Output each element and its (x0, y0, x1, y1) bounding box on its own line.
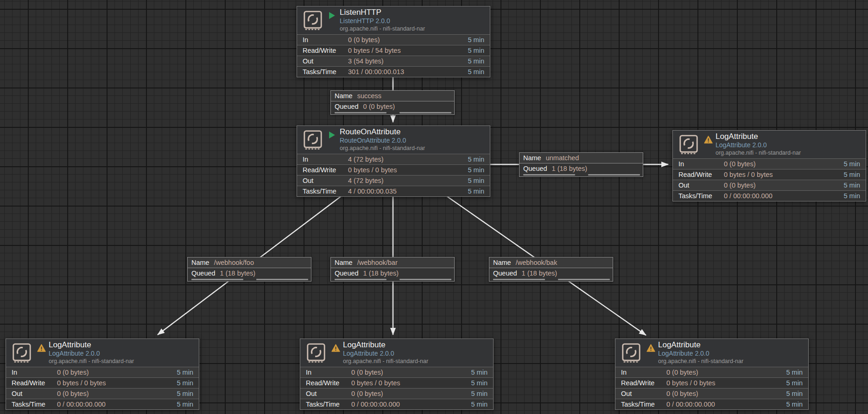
stat-row-readwrite: Read/Write0 bytes / 0 bytes5 min (6, 377, 199, 388)
processor-routeonattribute[interactable]: RouteOnAttribute RouteOnAttribute 2.0.0 … (297, 125, 490, 197)
processor-bundle: org.apache.nifi - nifi-standard-nar (716, 149, 863, 157)
stat-value: 0 (0 bytes) (351, 390, 471, 397)
stat-label: Read/Write (678, 171, 724, 178)
stat-value: 301 / 00:00:00.013 (348, 68, 468, 75)
stat-row-in: In0 (0 bytes)5 min (615, 367, 808, 377)
processor-icon (302, 10, 323, 33)
invalid-warning-icon (646, 344, 655, 354)
processor-logattribute-bak[interactable]: LogAttribute LogAttribute 2.0.0 org.apac… (615, 339, 809, 410)
connection-queued-value: 0 (0 bytes) (363, 103, 395, 110)
name-key: Name (493, 259, 511, 266)
stat-row-readwrite: Read/Write0 bytes / 0 bytes5 min (297, 164, 490, 175)
stat-value: 0 (0 bytes) (724, 182, 844, 189)
stat-window: 5 min (844, 182, 860, 189)
stat-window: 5 min (468, 68, 484, 75)
stat-row-out: Out4 (72 bytes)5 min (297, 175, 490, 186)
stat-value: 0 bytes / 0 bytes (348, 166, 468, 174)
processor-header: ListenHTTP ListenHTTP 2.0.0 org.apache.n… (297, 6, 490, 34)
queue-percent-bars (520, 174, 643, 176)
connection-label-success[interactable]: Name success Queued 0 (0 bytes) (330, 90, 455, 115)
processor-header: RouteOnAttribute RouteOnAttribute 2.0.0 … (297, 126, 490, 154)
stat-value: 0 / 00:00:00.000 (351, 401, 471, 408)
stat-window: 5 min (468, 156, 484, 163)
connection-queued-row: Queued 1 (18 bytes) (520, 163, 643, 174)
stat-window: 5 min (844, 160, 860, 168)
name-key: Name (335, 259, 353, 266)
processor-header: LogAttribute LogAttribute 2.0.0 org.apac… (615, 339, 808, 367)
processor-type-version: LogAttribute 2.0.0 (343, 350, 490, 358)
stat-row-in: In0 (0 bytes)5 min (297, 34, 490, 45)
name-key: Name (523, 154, 541, 162)
processor-logattribute-unmatched[interactable]: LogAttribute LogAttribute 2.0.0 org.apac… (672, 130, 866, 201)
processor-logattribute-foo[interactable]: LogAttribute LogAttribute 2.0.0 org.apac… (6, 339, 199, 410)
stat-label: In (621, 369, 666, 376)
connection-label-webhook-bak[interactable]: Name /webhook/bak Queued 1 (18 bytes) (489, 257, 613, 282)
connection-label-webhook-bar[interactable]: Name /webhook/bar Queued 1 (18 bytes) (330, 257, 455, 282)
connection-name-row: Name success (331, 91, 454, 101)
queue-percent-bars (188, 278, 311, 281)
stat-window: 5 min (468, 166, 484, 174)
stat-label: Tasks/Time (303, 68, 348, 75)
stat-value: 0 (0 bytes) (57, 369, 177, 376)
stat-label: Out (303, 57, 348, 65)
processor-icon (11, 342, 32, 365)
stat-value: 4 (72 bytes) (348, 177, 468, 184)
name-key: Name (191, 259, 209, 266)
processor-type-version: LogAttribute 2.0.0 (49, 350, 196, 358)
queue-size-bar (558, 279, 610, 280)
processor-icon (302, 129, 323, 152)
stat-label: Tasks/Time (306, 401, 351, 408)
stat-value: 0 / 00:00:00.000 (666, 401, 786, 408)
stat-window: 5 min (786, 379, 803, 387)
queue-size-bar (256, 279, 308, 280)
stat-value: 3 (54 bytes) (348, 57, 468, 65)
stat-label: Tasks/Time (678, 192, 724, 200)
connection-name-value: /webhook/bak (516, 259, 557, 266)
queued-key: Queued (191, 270, 215, 277)
stat-window: 5 min (786, 401, 803, 408)
stat-label: Read/Write (306, 379, 351, 387)
flow-canvas[interactable]: Name success Queued 0 (0 bytes) Name unm… (0, 0, 868, 414)
stat-row-out: Out0 (0 bytes)5 min (300, 388, 493, 399)
stat-row-out: Out0 (0 bytes)5 min (6, 388, 199, 399)
stat-label: Read/Write (303, 166, 348, 174)
connection-name-row: Name /webhook/bar (331, 257, 454, 268)
queue-count-bar (335, 279, 386, 280)
processor-header: LogAttribute LogAttribute 2.0.0 org.apac… (6, 339, 199, 367)
stat-value: 4 / 00:00:00.035 (348, 188, 468, 195)
processor-icon (305, 342, 327, 365)
connection-queued-value: 1 (18 bytes) (522, 270, 558, 277)
invalid-warning-icon (37, 344, 46, 354)
stat-row-tasks-time: Tasks/Time301 / 00:00:00.0135 min (297, 66, 490, 77)
stat-value: 0 bytes / 0 bytes (57, 379, 177, 387)
stat-row-out: Out0 (0 bytes)5 min (673, 180, 866, 190)
invalid-warning-icon (704, 136, 713, 145)
processor-listenhttp[interactable]: ListenHTTP ListenHTTP 2.0.0 org.apache.n… (297, 6, 490, 77)
processor-logattribute-bar[interactable]: LogAttribute LogAttribute 2.0.0 org.apac… (300, 339, 494, 410)
processor-header: LogAttribute LogAttribute 2.0.0 org.apac… (673, 131, 866, 158)
stat-label: Read/Write (12, 379, 57, 387)
stat-row-tasks-time: Tasks/Time0 / 00:00:00.0005 min (615, 399, 808, 409)
queue-count-bar (523, 174, 575, 176)
connection-label-unmatched[interactable]: Name unmatched Queued 1 (18 bytes) (519, 152, 643, 177)
stat-value: 0 (0 bytes) (351, 369, 471, 376)
connection-label-webhook-foo[interactable]: Name /webhook/foo Queued 1 (18 bytes) (187, 257, 311, 282)
stat-row-readwrite: Read/Write0 bytes / 0 bytes5 min (300, 377, 493, 388)
stat-window: 5 min (468, 57, 484, 65)
stat-window: 5 min (471, 401, 488, 408)
stat-value: 0 (0 bytes) (724, 160, 844, 168)
processor-name: ListenHTTP (340, 8, 487, 17)
queue-percent-bars (331, 278, 454, 281)
connection-name-row: Name /webhook/foo (188, 257, 311, 268)
stat-row-in: In0 (0 bytes)5 min (300, 367, 493, 377)
stat-label: Tasks/Time (621, 401, 666, 408)
stat-window: 5 min (177, 401, 193, 408)
stat-label: Out (303, 177, 348, 184)
stat-row-readwrite: Read/Write0 bytes / 0 bytes5 min (673, 169, 866, 180)
stat-value: 0 / 00:00:00.000 (724, 192, 844, 200)
connection-queued-row: Queued 1 (18 bytes) (489, 268, 613, 278)
stat-value: 0 (0 bytes) (57, 390, 177, 397)
connection-queued-row: Queued 0 (0 bytes) (331, 101, 454, 112)
stat-label: In (12, 369, 57, 376)
queue-percent-bars (331, 112, 454, 114)
